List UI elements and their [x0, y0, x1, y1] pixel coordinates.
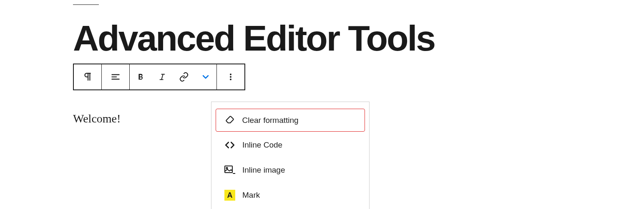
inline-code-item[interactable]: Inline Code — [216, 133, 365, 157]
chevron-down-icon — [201, 72, 211, 82]
bold-icon — [136, 72, 145, 82]
italic-icon — [158, 72, 167, 82]
clear-formatting-item[interactable]: Clear formatting — [216, 109, 365, 132]
paragraph-icon — [82, 71, 93, 82]
image-icon — [224, 164, 236, 176]
link-icon — [179, 72, 189, 82]
code-icon — [224, 139, 236, 151]
align-button[interactable] — [102, 64, 129, 89]
dropdown-item-label: Inline Code — [242, 140, 282, 150]
formatting-dropdown: Clear formatting Inline Code Inline imag… — [211, 102, 370, 209]
more-options-button[interactable] — [217, 64, 244, 89]
mark-item[interactable]: A Mark — [216, 184, 365, 207]
divider-line — [73, 4, 99, 5]
dropdown-item-label: Clear formatting — [242, 116, 299, 125]
more-vertical-icon — [226, 72, 236, 82]
block-toolbar — [73, 64, 245, 90]
bold-button[interactable] — [130, 64, 151, 89]
svg-point-8 — [230, 79, 231, 80]
eraser-icon — [224, 115, 236, 126]
svg-point-10 — [226, 168, 228, 169]
link-button[interactable] — [173, 64, 195, 89]
svg-line-5 — [161, 74, 163, 80]
dropdown-item-label: Inline image — [242, 166, 285, 175]
page-title: Advanced Editor Tools — [73, 20, 644, 56]
paragraph-button[interactable] — [74, 64, 101, 89]
more-formatting-button[interactable] — [195, 64, 216, 89]
inline-image-item[interactable]: Inline image — [216, 158, 365, 182]
svg-point-6 — [230, 74, 231, 75]
mark-icon: A — [224, 189, 236, 201]
svg-point-7 — [230, 76, 231, 78]
align-icon — [110, 71, 121, 82]
italic-button[interactable] — [151, 64, 173, 89]
dropdown-item-label: Mark — [242, 191, 260, 200]
